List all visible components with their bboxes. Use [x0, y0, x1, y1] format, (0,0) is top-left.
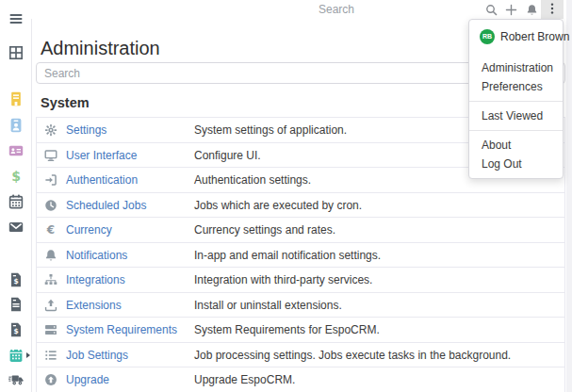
menu-item-last-viewed[interactable]: Last Viewed: [469, 106, 563, 125]
top-navbar: [31, 0, 572, 19]
desktop-icon: [44, 149, 57, 162]
menu-item-log-out[interactable]: Log Out: [469, 155, 563, 173]
list-icon: [44, 349, 57, 362]
file-invoice-dollar-icon[interactable]: $: [8, 322, 24, 337]
dollar-icon[interactable]: $: [8, 169, 24, 184]
admin-link[interactable]: Settings: [66, 118, 106, 143]
upload-icon: [44, 299, 57, 312]
admin-link[interactable]: Integrations: [66, 268, 125, 293]
sitemap-icon: [44, 273, 57, 286]
admin-description: System Requirements for EspoCRM.: [194, 318, 380, 343]
user-avatar: RB: [480, 29, 495, 44]
admin-description: Currency settings and rates.: [194, 218, 335, 243]
clock-icon: [44, 199, 57, 212]
kebab-icon: [546, 2, 559, 17]
admin-row-upgrade: UpgradeUpgrade EspoCRM.: [37, 367, 564, 392]
admin-description: Install or uninstall extensions.: [194, 293, 342, 318]
menu-item-preferences[interactable]: Preferences: [469, 77, 563, 96]
calendar-icon[interactable]: [8, 194, 24, 209]
building-icon[interactable]: [8, 91, 24, 106]
admin-description: System settings of application.: [194, 118, 347, 143]
admin-description: Jobs which are executed by cron.: [194, 193, 362, 219]
server-icon: [44, 323, 57, 336]
user-dropdown-menu: RB Robert Brown AdministrationPreference…: [468, 19, 564, 179]
menu-item-administration[interactable]: Administration: [469, 58, 563, 77]
admin-link[interactable]: Job Settings: [66, 343, 128, 368]
admin-row-extensions: ExtensionsInstall or uninstall extension…: [37, 292, 564, 318]
admin-link[interactable]: Authentication: [66, 168, 138, 193]
user-menu-section: AboutLog Out: [469, 130, 563, 178]
admin-row-integrations: IntegrationsIntegration with third-party…: [37, 267, 564, 292]
envelope-icon[interactable]: [8, 220, 24, 235]
admin-link[interactable]: Currency: [66, 218, 112, 243]
file-invoice-dollar-icon[interactable]: $: [8, 272, 24, 287]
admin-description: Integration with third-party services.: [194, 268, 372, 293]
user-menu-header-section: RB Robert Brown: [469, 20, 563, 54]
admin-description: In-app and email notification settings.: [194, 243, 381, 269]
admin-description: Upgrade EspoCRM.: [194, 368, 295, 392]
svg-text:$: $: [13, 327, 18, 335]
user-menu-section: AdministrationPreferences: [469, 54, 563, 101]
admin-row-system-requirements: System RequirementsSystem Requirements f…: [37, 317, 564, 342]
page-title: Administration: [41, 38, 160, 59]
admin-row-job-settings: Job SettingsJob processing settings. Job…: [37, 342, 564, 368]
admin-link[interactable]: Upgrade: [66, 368, 109, 392]
caret-right-icon[interactable]: [26, 352, 30, 358]
user-name: Robert Brown: [500, 30, 569, 43]
sign-in-icon: [44, 173, 57, 187]
search-icon[interactable]: [482, 1, 500, 18]
address-card-icon[interactable]: [8, 143, 24, 158]
page-scrollbar[interactable]: [566, 0, 572, 392]
user-menu-section: Last Viewed: [469, 101, 563, 130]
plus-icon[interactable]: [501, 1, 520, 18]
admin-description: Configure UI.: [194, 143, 261, 169]
admin-row-currency: €CurrencyCurrency settings and rates.: [37, 217, 564, 242]
admin-link[interactable]: User Interface: [66, 143, 137, 169]
admin-link[interactable]: Notifications: [66, 243, 127, 269]
kebab-menu-button[interactable]: [541, 0, 564, 19]
menu-item-about[interactable]: About: [469, 136, 563, 155]
euro-icon: €: [44, 223, 57, 237]
circle-up-icon: [44, 373, 57, 386]
id-badge-icon[interactable]: [8, 118, 24, 133]
gear-icon: [44, 123, 57, 137]
section-title: System: [41, 95, 90, 110]
admin-link[interactable]: Extensions: [66, 293, 122, 318]
admin-row-scheduled-jobs: Scheduled JobsJobs which are executed by…: [37, 192, 564, 218]
admin-link[interactable]: Scheduled Jobs: [66, 193, 146, 219]
admin-description: Authentication settings.: [194, 168, 311, 193]
admin-link[interactable]: System Requirements: [66, 318, 177, 343]
menu-bars-icon[interactable]: [8, 11, 24, 26]
global-search-input[interactable]: [309, 1, 490, 18]
admin-description: Job processing settings. Jobs execute ta…: [194, 343, 511, 368]
calendar-check-icon[interactable]: [8, 348, 24, 363]
truck-icon[interactable]: [8, 372, 24, 387]
sidebar: $$$: [0, 0, 32, 392]
bell-icon[interactable]: [522, 1, 541, 18]
bell-icon: [44, 249, 57, 262]
file-invoice-icon[interactable]: [8, 297, 24, 312]
admin-row-notifications: NotificationsIn-app and email notificati…: [37, 242, 564, 268]
user-menu-profile-item[interactable]: RB Robert Brown: [469, 24, 563, 49]
grid-icon[interactable]: [8, 45, 24, 60]
svg-text:$: $: [13, 277, 18, 286]
